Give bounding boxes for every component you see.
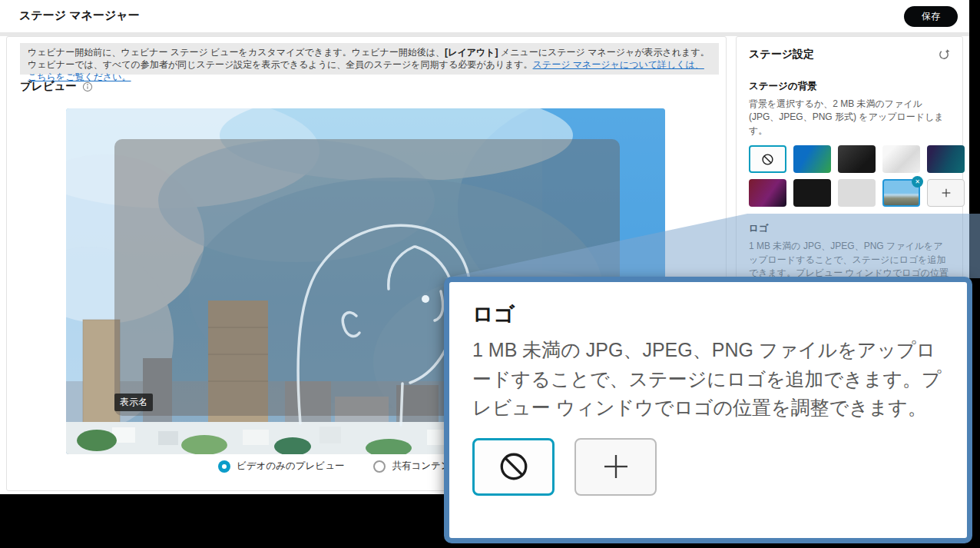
info-banner: ウェビナー開始前に、ウェビナー ステージ ビューをカスタマイズできます。ウェビナ…: [20, 43, 719, 75]
page-title: ステージ マネージャー: [19, 8, 140, 23]
preview-heading: プレビュー: [20, 79, 77, 94]
background-upload-button[interactable]: [927, 179, 965, 207]
popup-logo-heading: ロゴ: [472, 301, 944, 328]
display-name-badge: 表示名: [114, 394, 153, 411]
stage-background-heading: ステージの背景: [749, 80, 950, 93]
background-thumbnail-dark-wave[interactable]: [838, 145, 876, 173]
radio-video-only-label: ビデオのみのプレビュー: [237, 460, 344, 473]
background-thumbnail-none[interactable]: [749, 145, 786, 173]
stage-settings-heading: ステージ設定: [749, 48, 814, 61]
plus-icon: [601, 451, 631, 482]
banner-line2: ウェビナーでは、すべての参加者が同じステージ設定を表示できるように、全員のステー…: [28, 59, 533, 70]
refresh-icon[interactable]: [938, 48, 950, 61]
banner-line1-post: メニューにステージ マネージャが表示されます。: [498, 47, 710, 58]
background-thumbnail-blue-green-gradient[interactable]: [793, 145, 831, 173]
banner-line1-pre: ウェビナー開始前に、ウェビナー ステージ ビューをカスタマイズできます。ウェビナ…: [28, 47, 445, 58]
remove-thumbnail-badge[interactable]: ✕: [912, 176, 923, 188]
popup-logo-desc: 1 MB 未満の JPG、JPEG、PNG ファイルをアップロードすることで、ス…: [472, 336, 952, 423]
background-thumbnail-city-photo-selected[interactable]: ✕: [882, 179, 920, 207]
radio-selected-icon: [218, 460, 230, 473]
background-thumbnail-white-swirl[interactable]: [882, 145, 920, 173]
stage-background-desc: 背景を選択するか、2 MB 未満のファイル (JPG、JPEG、PNG 形式) …: [749, 98, 950, 138]
radio-unselected-icon: [373, 460, 386, 473]
save-button[interactable]: 保存: [904, 6, 958, 27]
background-thumbnail-magenta-gradient[interactable]: [749, 179, 786, 207]
background-thumbnail-black[interactable]: [793, 179, 831, 207]
background-thumbnail-light-gray[interactable]: [838, 179, 876, 207]
radio-video-only-preview[interactable]: ビデオのみのプレビュー: [218, 460, 344, 473]
info-icon[interactable]: [82, 81, 93, 92]
logo-zoom-callout: ロゴ 1 MB 未満の JPG、JPEG、PNG ファイルをアップロードすること…: [444, 277, 972, 543]
no-background-icon: [761, 153, 774, 166]
background-thumbnail-grid: ✕: [749, 145, 950, 207]
plus-icon: [940, 187, 952, 199]
banner-layout-menu-ref: [レイアウト]: [445, 47, 498, 58]
no-logo-icon: [498, 450, 530, 483]
popup-logo-none-button[interactable]: [472, 438, 555, 496]
logo-heading: ロゴ: [749, 222, 950, 235]
popup-logo-upload-button[interactable]: [574, 438, 657, 496]
popup-logo-buttons-row: [472, 438, 944, 496]
background-thumbnail-navy-teal-gradient[interactable]: [927, 145, 965, 173]
